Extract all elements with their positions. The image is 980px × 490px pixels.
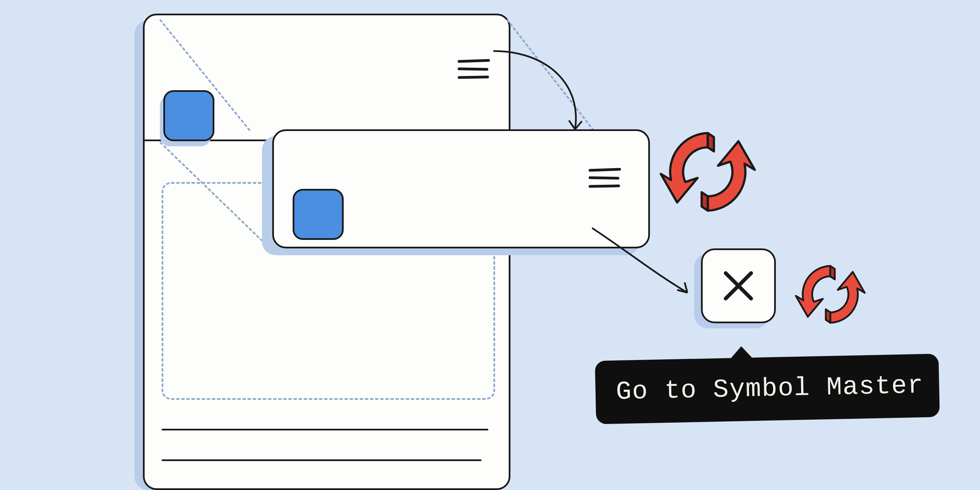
tooltip: Go to Symbol Master [595, 353, 940, 424]
close-icon [720, 267, 757, 305]
text-line [162, 429, 488, 430]
hamburger-icon [458, 60, 490, 84]
thumbnail-icon [293, 189, 344, 240]
sync-icon [793, 257, 868, 334]
tooltip-text: Go to Symbol Master [616, 371, 924, 407]
close-button[interactable] [701, 248, 776, 323]
text-line [162, 460, 482, 461]
main-card-header [145, 15, 509, 141]
sync-icon [657, 121, 759, 224]
hamburger-icon [589, 169, 621, 193]
arrow-icon [487, 44, 623, 146]
thumbnail-icon [163, 90, 215, 141]
